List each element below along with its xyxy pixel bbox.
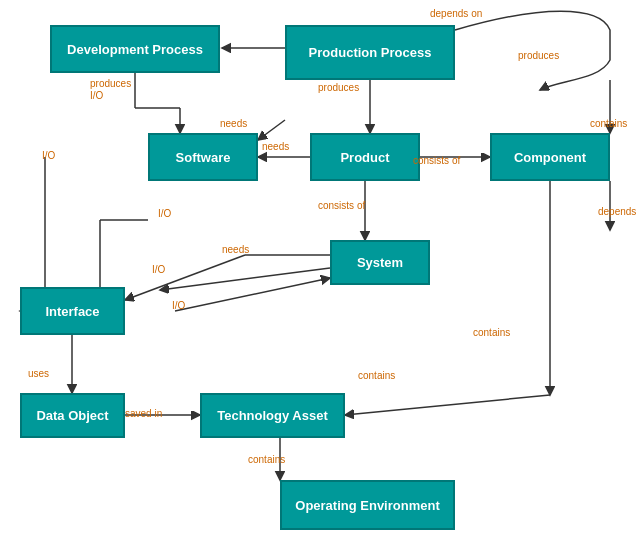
node-system[interactable]: System — [330, 240, 430, 285]
svg-line-25 — [125, 255, 245, 300]
diagram-container: Development Process --> — [0, 0, 638, 536]
node-data-object[interactable]: Data Object — [20, 393, 125, 438]
node-interface[interactable]: Interface — [20, 287, 125, 335]
label-depends-on-right: depends on — [598, 206, 638, 217]
node-dev-process[interactable]: Development Process — [50, 25, 220, 73]
svg-line-24 — [345, 395, 550, 415]
label-contains-asset: contains — [358, 370, 395, 381]
label-io-mid: I/O — [158, 208, 171, 219]
label-contains-mid: contains — [473, 327, 510, 338]
label-io-left: I/O — [90, 90, 103, 101]
label-produces-mid: produces — [318, 82, 359, 93]
label-consists-of-2: consists of — [318, 200, 365, 211]
label-produces-right: produces — [518, 50, 559, 61]
svg-line-19 — [160, 268, 330, 290]
node-software[interactable]: Software — [148, 133, 258, 181]
node-product[interactable]: Product — [310, 133, 420, 181]
label-saved-in: saved in — [125, 408, 162, 419]
label-io-far-left: I/O — [42, 150, 55, 161]
label-needs-top: needs — [220, 118, 247, 129]
node-component[interactable]: Component — [490, 133, 610, 181]
label-needs-system: needs — [222, 244, 249, 255]
label-uses: uses — [28, 368, 49, 379]
label-io-system: I/O — [152, 264, 165, 275]
node-tech-asset[interactable]: Technology Asset — [200, 393, 345, 438]
node-prod-process[interactable]: Production Process — [285, 25, 455, 80]
label-io-interface: I/O — [172, 300, 185, 311]
label-contains-right: contains — [590, 118, 627, 129]
label-consists-of: consists of — [413, 155, 460, 166]
label-depends-on-top: depends on — [430, 8, 482, 19]
label-produces-left: produces — [90, 78, 131, 89]
label-contains-bottom: contains — [248, 454, 285, 465]
node-op-env[interactable]: Operating Environment — [280, 480, 455, 530]
svg-line-20 — [175, 278, 330, 311]
svg-line-12 — [258, 120, 285, 140]
label-needs-mid: needs — [262, 141, 289, 152]
